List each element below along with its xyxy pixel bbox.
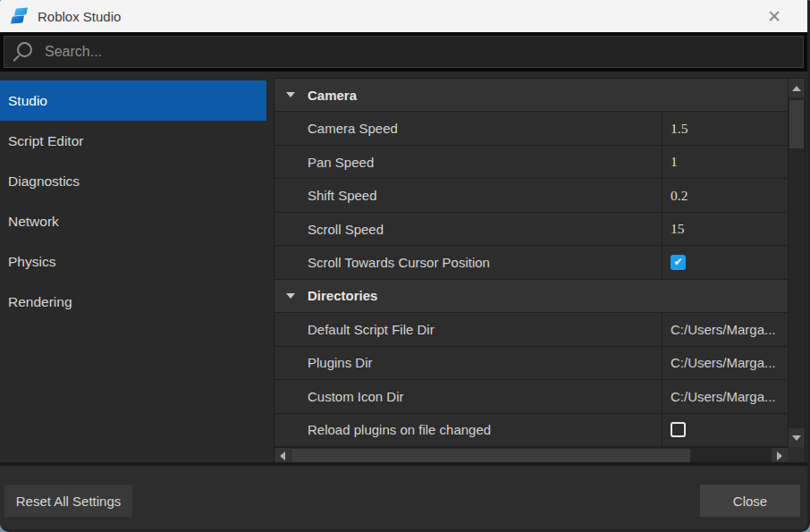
section-header-camera[interactable]: Camera bbox=[274, 79, 788, 112]
section-label: Directories bbox=[308, 288, 377, 303]
sidebar-item-label: Physics bbox=[8, 254, 55, 270]
property-row-custom-icon-dir: Custom Icon DirC:/Users/Marga... bbox=[274, 380, 788, 413]
property-name: Camera Speed bbox=[274, 112, 662, 144]
property-row-scroll-towards-cursor-position: Scroll Towards Cursor Position✔ bbox=[274, 246, 788, 279]
property-name: Scroll Speed bbox=[274, 213, 662, 245]
sidebar-item-label: Studio bbox=[8, 93, 47, 109]
property-value[interactable]: 1.5 bbox=[662, 112, 788, 144]
dialog-footer: Reset All Settings Close bbox=[0, 462, 807, 529]
properties-rows: CameraCamera Speed1.5Pan Speed1Shift Spe… bbox=[274, 79, 788, 447]
window-title: Roblox Studio bbox=[38, 9, 763, 24]
close-button[interactable]: Close bbox=[700, 485, 800, 517]
property-value[interactable]: C:/Users/Marga... bbox=[662, 347, 788, 379]
property-value[interactable]: C:/Users/Marga... bbox=[662, 313, 788, 345]
checkbox-checked[interactable]: ✔ bbox=[671, 255, 686, 270]
title-bar: Roblox Studio ✕ bbox=[0, 0, 807, 32]
properties-panel: CameraCamera Speed1.5Pan Speed1Shift Spe… bbox=[274, 78, 806, 465]
arrow-left-icon bbox=[280, 452, 285, 460]
property-row-shift-speed: Shift Speed0.2 bbox=[274, 179, 788, 212]
sidebar-item-label: Rendering bbox=[8, 294, 72, 310]
roblox-studio-logo-icon bbox=[11, 7, 29, 25]
property-name: Scroll Towards Cursor Position bbox=[274, 246, 662, 278]
property-name: Custom Icon Dir bbox=[274, 380, 662, 412]
property-name: Reload plugins on file changed bbox=[274, 414, 662, 446]
arrow-right-icon bbox=[777, 452, 782, 460]
sidebar-item-label: Network bbox=[8, 214, 59, 230]
value-text: C:/Users/Marga... bbox=[671, 389, 776, 404]
value-text: 0.2 bbox=[671, 188, 688, 204]
vertical-scrollbar-thumb[interactable] bbox=[789, 100, 804, 148]
content-area: StudioScript EditorDiagnosticsNetworkPhy… bbox=[0, 72, 807, 469]
search-box bbox=[4, 36, 804, 68]
sidebar-item-physics[interactable]: Physics bbox=[0, 241, 268, 282]
value-text: C:/Users/Marga... bbox=[671, 355, 776, 370]
settings-category-sidebar: StudioScript EditorDiagnosticsNetworkPhy… bbox=[0, 72, 268, 469]
property-row-reload-plugins-on-file-changed: Reload plugins on file changed bbox=[274, 414, 788, 447]
section-header-directories[interactable]: Directories bbox=[274, 280, 788, 313]
property-row-pan-speed: Pan Speed1 bbox=[274, 146, 788, 179]
search-icon bbox=[13, 40, 34, 63]
horizontal-scrollbar-thumb[interactable] bbox=[291, 449, 690, 463]
sidebar-item-label: Script Editor bbox=[8, 133, 83, 149]
property-value[interactable]: C:/Users/Marga... bbox=[662, 380, 788, 412]
search-strip bbox=[0, 32, 807, 72]
property-row-default-script-file-dir: Default Script File DirC:/Users/Marga... bbox=[274, 313, 788, 346]
property-value[interactable]: 15 bbox=[662, 213, 788, 245]
property-value[interactable]: 0.2 bbox=[662, 179, 788, 211]
settings-dialog: Roblox Studio ✕ StudioScript EditorDiagn… bbox=[0, 0, 810, 532]
property-row-scroll-speed: Scroll Speed15 bbox=[274, 213, 788, 246]
scroll-down-button[interactable] bbox=[789, 428, 805, 447]
search-input[interactable] bbox=[43, 43, 803, 61]
property-name: Plugins Dir bbox=[274, 347, 662, 379]
property-value[interactable]: 1 bbox=[662, 146, 788, 178]
arrow-down-icon bbox=[792, 435, 801, 441]
property-name: Default Script File Dir bbox=[274, 313, 662, 345]
property-name: Pan Speed bbox=[274, 146, 662, 178]
value-text: C:/Users/Marga... bbox=[671, 322, 776, 337]
checkbox-unchecked[interactable] bbox=[671, 422, 686, 437]
sidebar-item-studio[interactable]: Studio bbox=[0, 80, 266, 121]
window-close-icon[interactable]: ✕ bbox=[763, 4, 786, 28]
value-text: 1 bbox=[671, 154, 678, 170]
property-row-plugins-dir: Plugins DirC:/Users/Marga... bbox=[274, 347, 788, 380]
sidebar-item-label: Diagnostics bbox=[8, 173, 80, 190]
property-value[interactable] bbox=[662, 414, 788, 446]
vertical-scrollbar[interactable] bbox=[788, 79, 805, 447]
collapse-arrow-icon[interactable] bbox=[286, 293, 295, 299]
arrow-up-icon bbox=[792, 86, 801, 91]
property-row-camera-speed: Camera Speed1.5 bbox=[274, 112, 788, 145]
sidebar-item-network[interactable]: Network bbox=[0, 201, 268, 241]
reset-all-settings-button[interactable]: Reset All Settings bbox=[4, 485, 132, 517]
sidebar-item-rendering[interactable]: Rendering bbox=[0, 282, 268, 322]
scroll-up-button[interactable] bbox=[789, 79, 805, 97]
property-name: Shift Speed bbox=[274, 179, 662, 211]
property-value[interactable]: ✔ bbox=[662, 246, 788, 278]
value-text: 1.5 bbox=[671, 121, 688, 137]
sidebar-item-diagnostics[interactable]: Diagnostics bbox=[0, 161, 268, 201]
sidebar-item-script-editor[interactable]: Script Editor bbox=[0, 121, 268, 161]
collapse-arrow-icon[interactable] bbox=[286, 92, 295, 97]
value-text: 15 bbox=[671, 221, 685, 237]
section-label: Camera bbox=[308, 88, 357, 103]
